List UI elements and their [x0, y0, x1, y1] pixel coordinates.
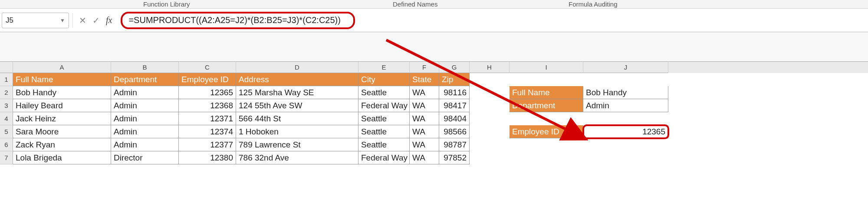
cell-b5[interactable]: Admin	[111, 125, 179, 138]
formula-bar-expanded-area	[0, 32, 868, 62]
col-header-h[interactable]: H	[470, 62, 510, 73]
cell-a4[interactable]: Jack Heinz	[13, 112, 111, 125]
cell-h1[interactable]	[470, 73, 510, 86]
row-header-6[interactable]: 6	[0, 138, 13, 151]
cell-b4[interactable]: Admin	[111, 112, 179, 125]
cell-b7[interactable]: Director	[111, 151, 179, 164]
row-header-5[interactable]: 5	[0, 125, 13, 138]
enter-icon[interactable]: ✓	[92, 15, 100, 26]
cell-c6[interactable]: 12377	[179, 138, 236, 151]
column-header-row: A B C D E F G H I J	[0, 62, 868, 73]
cell-e2[interactable]: Seattle	[358, 86, 410, 99]
cell-i1[interactable]	[510, 73, 583, 86]
col-header-i[interactable]: I	[510, 62, 583, 73]
cell-d6[interactable]: 789 Lawrence St	[236, 138, 358, 151]
cell-a5[interactable]: Sara Moore	[13, 125, 111, 138]
cell-c4[interactable]: 12371	[179, 112, 236, 125]
cell-h4[interactable]	[470, 112, 510, 125]
cell-h7[interactable]	[470, 151, 510, 164]
cell-g4[interactable]: 98404	[439, 112, 470, 125]
cell-f1[interactable]: State	[410, 73, 439, 86]
cell-f4[interactable]: WA	[410, 112, 439, 125]
col-header-c[interactable]: C	[179, 62, 236, 73]
cell-f5[interactable]: WA	[410, 125, 439, 138]
cell-g5[interactable]: 98566	[439, 125, 470, 138]
cancel-icon[interactable]: ✕	[79, 15, 86, 26]
insert-function-icon[interactable]: fx	[106, 15, 112, 25]
cell-h3[interactable]	[470, 99, 510, 112]
cell-i2[interactable]: Full Name	[510, 86, 583, 99]
col-header-j[interactable]: J	[583, 62, 668, 73]
cell-c1[interactable]: Employee ID	[179, 73, 236, 86]
cell-f3[interactable]: WA	[410, 99, 439, 112]
cell-e1[interactable]: City	[358, 73, 410, 86]
cell-b3[interactable]: Admin	[111, 99, 179, 112]
cell-b1[interactable]: Department	[111, 73, 179, 86]
cell-g3[interactable]: 98417	[439, 99, 470, 112]
cell-a6[interactable]: Zack Ryan	[13, 138, 111, 151]
cell-j6[interactable]	[583, 138, 668, 151]
col-header-d[interactable]: D	[236, 62, 358, 73]
cell-i4[interactable]	[510, 112, 583, 125]
col-header-b[interactable]: B	[111, 62, 179, 73]
cell-i3[interactable]: Department	[510, 99, 583, 112]
cell-h5[interactable]	[470, 125, 510, 138]
row-header-1[interactable]: 1	[0, 73, 13, 86]
name-box-value: J5	[6, 16, 13, 25]
cell-f2[interactable]: WA	[410, 86, 439, 99]
cell-d5[interactable]: 1 Hoboken	[236, 125, 358, 138]
row-header-7[interactable]: 7	[0, 151, 13, 164]
chevron-down-icon[interactable]: ▼	[60, 17, 65, 23]
row-header-4[interactable]: 4	[0, 112, 13, 125]
cell-a3[interactable]: Hailey Beard	[13, 99, 111, 112]
vertical-separator	[72, 13, 73, 28]
cell-b2[interactable]: Admin	[111, 86, 179, 99]
cell-d1[interactable]: Address	[236, 73, 358, 86]
cell-a2[interactable]: Bob Handy	[13, 86, 111, 99]
cell-j4[interactable]	[583, 112, 668, 125]
row-header-2[interactable]: 2	[0, 86, 13, 99]
cell-j5[interactable]: 12365	[583, 125, 668, 138]
cell-e7[interactable]: Federal Way	[358, 151, 410, 164]
cell-j7[interactable]	[583, 151, 668, 164]
select-all-corner[interactable]	[0, 62, 13, 73]
cell-h2[interactable]	[470, 86, 510, 99]
cell-i7[interactable]	[510, 151, 583, 164]
cell-f7[interactable]: WA	[410, 151, 439, 164]
cell-i5[interactable]: Employee ID	[510, 125, 583, 138]
cell-j3[interactable]: Admin	[583, 99, 668, 112]
col-header-f[interactable]: F	[410, 62, 439, 73]
cell-h6[interactable]	[470, 138, 510, 151]
cell-a1[interactable]: Full Name	[13, 73, 111, 86]
cell-d3[interactable]: 124 55th Ave SW	[236, 99, 358, 112]
cell-j2[interactable]: Bob Handy	[583, 86, 668, 99]
formula-text: =SUMPRODUCT((A2:A25=J2)*(B2:B25=J3)*(C2:…	[128, 15, 341, 25]
formula-bar: J5 ▼ ✕ ✓ fx =SUMPRODUCT((A2:A25=J2)*(B2:…	[0, 9, 868, 32]
cell-c3[interactable]: 12368	[179, 99, 236, 112]
cell-i6[interactable]	[510, 138, 583, 151]
cell-d7[interactable]: 786 32nd Ave	[236, 151, 358, 164]
cell-d4[interactable]: 566 44th St	[236, 112, 358, 125]
cell-b6[interactable]: Admin	[111, 138, 179, 151]
cell-d2[interactable]: 125 Marsha Way SE	[236, 86, 358, 99]
cell-j1[interactable]	[583, 73, 668, 86]
cell-g1[interactable]: Zip	[439, 73, 470, 86]
formula-input[interactable]: =SUMPRODUCT((A2:A25=J2)*(B2:B25=J3)*(C2:…	[121, 12, 355, 29]
cell-c5[interactable]: 12374	[179, 125, 236, 138]
cell-a7[interactable]: Lola Brigeda	[13, 151, 111, 164]
col-header-a[interactable]: A	[13, 62, 111, 73]
name-box[interactable]: J5 ▼	[2, 13, 69, 28]
cell-g7[interactable]: 97852	[439, 151, 470, 164]
cell-c2[interactable]: 12365	[179, 86, 236, 99]
cell-f6[interactable]: WA	[410, 138, 439, 151]
cell-g2[interactable]: 98116	[439, 86, 470, 99]
cell-e4[interactable]: Seattle	[358, 112, 410, 125]
row-header-3[interactable]: 3	[0, 99, 13, 112]
cell-e6[interactable]: Seattle	[358, 138, 410, 151]
cell-e3[interactable]: Federal Way	[358, 99, 410, 112]
cell-g6[interactable]: 98787	[439, 138, 470, 151]
cell-e5[interactable]: Seattle	[358, 125, 410, 138]
cell-c7[interactable]: 12380	[179, 151, 236, 164]
col-header-g[interactable]: G	[439, 62, 470, 73]
col-header-e[interactable]: E	[358, 62, 410, 73]
